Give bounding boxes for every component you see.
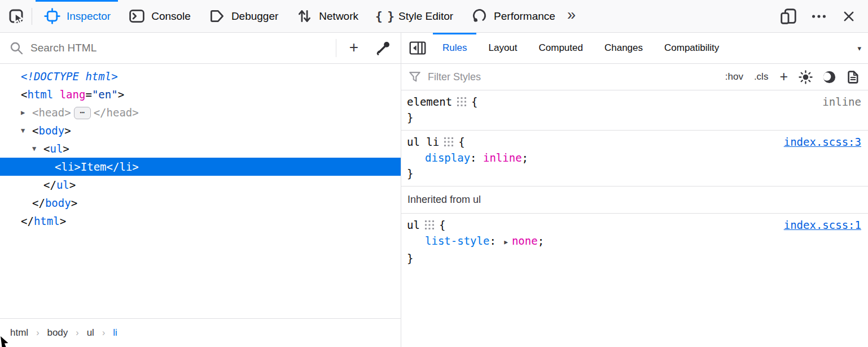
open-brace: { — [439, 219, 445, 231]
open-brace: { — [471, 96, 477, 108]
css-property-value[interactable]: inline — [483, 151, 522, 164]
twisty-icon[interactable]: ▼ — [32, 145, 43, 153]
sidebar-tab-label: Rules — [442, 42, 467, 54]
twisty-icon[interactable]: ▶ — [21, 109, 32, 116]
markup-row[interactable]: <!DOCTYPE html> — [0, 67, 401, 85]
sidebar-tab-layout[interactable]: Layout — [477, 33, 528, 63]
breadcrumb-item-ul[interactable]: ul — [87, 327, 94, 339]
sidebar-tab-changes[interactable]: Changes — [594, 33, 654, 63]
menu-button[interactable] — [809, 7, 828, 26]
breadcrumb-separator-icon: › — [36, 328, 39, 338]
markup-code: <html lang="en"> — [21, 88, 124, 101]
filter-styles-input[interactable] — [427, 71, 717, 84]
more-tools-button[interactable]: » — [564, 6, 582, 26]
performance-icon — [470, 7, 489, 25]
sidebar-tab-compatibility[interactable]: Compatibility — [654, 33, 730, 63]
tab-performance[interactable]: Performance — [462, 0, 564, 32]
toggle-3-pane-button[interactable] — [408, 38, 427, 58]
tab-debugger[interactable]: Debugger — [199, 0, 287, 32]
markup-code: </body> — [32, 197, 77, 209]
devtools-main: + <!DOCTYPE html><html lang="en">▶<head>… — [0, 33, 868, 347]
stylesheet-link[interactable]: index.scss:3 — [784, 136, 861, 148]
semicolon: ; — [522, 151, 528, 164]
markup-row[interactable]: </ul> — [0, 176, 401, 194]
code-token: "en" — [92, 88, 118, 101]
markup-row[interactable]: <html lang="en"> — [0, 85, 401, 103]
markup-row[interactable]: ▼<ul> — [0, 140, 401, 158]
breadcrumb-separator-icon: › — [76, 328, 78, 338]
rule-selector-line: ul li{index.scss:3 — [407, 134, 861, 150]
print-simulation-button[interactable] — [846, 70, 860, 84]
code-token: body — [38, 124, 64, 137]
css-rule: element{inline} — [401, 90, 868, 131]
markup-row[interactable]: </body> — [0, 194, 401, 212]
rule-selector[interactable]: ul li — [407, 136, 439, 148]
twisty-icon[interactable]: ▼ — [21, 127, 32, 135]
firefox-devtools-window: Inspector Console Debugger Network { } — [0, 0, 868, 347]
tab-console[interactable]: Console — [119, 0, 199, 32]
code-token: </ — [32, 197, 45, 209]
pseudo-class-panel-button[interactable]: :hov — [722, 71, 746, 83]
code-token: </ — [43, 179, 56, 191]
stylesheet-link[interactable]: index.scss:1 — [784, 219, 861, 231]
rule-selector[interactable]: ul — [407, 219, 420, 231]
breadcrumb-item-html[interactable]: html — [10, 327, 28, 339]
node-picker-button[interactable] — [3, 3, 29, 29]
selector-highlighter-icon[interactable] — [425, 220, 434, 229]
breadcrumb: html›body›ul›li — [0, 318, 401, 347]
tab-style-editor[interactable]: { } Style Editor — [367, 0, 462, 32]
breadcrumb-item-li[interactable]: li — [113, 327, 117, 339]
selector-highlighter-icon[interactable] — [444, 137, 453, 146]
rule-location: inline — [822, 94, 861, 110]
tab-inspector[interactable]: Inspector — [34, 0, 119, 32]
light-scheme-simulation-button[interactable] — [799, 70, 813, 84]
code-token: > — [118, 88, 124, 101]
css-property-value[interactable]: none — [512, 235, 538, 247]
tab-label: Performance — [494, 10, 555, 23]
markup-code: </ul> — [43, 179, 76, 191]
debugger-icon — [208, 7, 226, 25]
markup-tree: <!DOCTYPE html><html lang="en">▶<head>⋯<… — [0, 64, 401, 318]
close-devtools-button[interactable] — [840, 7, 858, 25]
css-property-name[interactable]: display — [425, 151, 470, 164]
dotted-grid-glyph — [425, 220, 434, 229]
search-html-input[interactable] — [29, 41, 330, 55]
css-property-name[interactable]: list-style — [425, 235, 489, 247]
sun-icon — [799, 70, 813, 84]
eyedropper-button[interactable] — [371, 36, 395, 60]
add-rule-button[interactable]: + — [776, 68, 791, 86]
breadcrumb-item-body[interactable]: body — [47, 327, 68, 339]
filter-funnel-icon — [408, 70, 422, 84]
css-declaration[interactable]: list-style: ▶none; — [407, 233, 861, 250]
breadcrumb-separator-icon: › — [102, 328, 105, 338]
code-token: > — [63, 142, 69, 155]
three-pane-toggle-icon — [408, 38, 427, 58]
value-expander-icon[interactable]: ▶ — [504, 238, 508, 246]
search-row-divider — [336, 39, 336, 57]
inline-style-label: inline — [822, 96, 861, 108]
sidebar-tab-label: Changes — [604, 42, 643, 54]
css-declaration[interactable]: display: inline; — [407, 150, 861, 166]
markup-row[interactable]: </html> — [0, 212, 401, 230]
close-icon — [840, 7, 858, 25]
collapsed-children-badge[interactable]: ⋯ — [74, 107, 91, 119]
create-node-button[interactable]: + — [342, 38, 366, 58]
responsive-design-mode-button[interactable] — [779, 7, 798, 26]
markup-row[interactable]: ▶<head>⋯</head> — [0, 103, 401, 122]
code-token: = — [85, 88, 91, 101]
sidebar-tab-computed[interactable]: Computed — [528, 33, 594, 63]
sidebar-tabs-row: Rules Layout Computed Changes Compatibil… — [401, 33, 868, 64]
tab-network[interactable]: Network — [287, 0, 367, 32]
markup-panel: + <!DOCTYPE html><html lang="en">▶<head>… — [0, 33, 401, 347]
rule-selector[interactable]: element — [407, 96, 452, 108]
dark-scheme-simulation-button[interactable] — [822, 70, 836, 84]
selector-highlighter-icon[interactable] — [457, 97, 466, 106]
code-token: </head> — [94, 106, 139, 119]
class-panel-button[interactable]: .cls — [751, 71, 771, 83]
markup-row[interactable]: ▼<body> — [0, 122, 401, 140]
markup-row[interactable]: <li>Item</li> — [0, 158, 401, 176]
add-rule-icon: + — [776, 68, 791, 86]
sidebar-tabs-overflow-button[interactable]: ▾ — [851, 44, 868, 53]
filter-styles-row: :hov .cls + — [401, 64, 868, 90]
sidebar-tab-rules[interactable]: Rules — [432, 33, 477, 63]
